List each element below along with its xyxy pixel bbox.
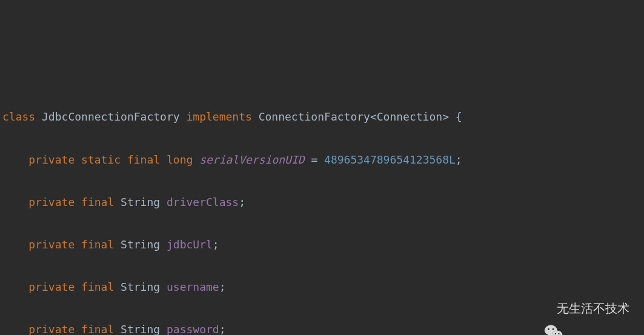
- generic-type: Connection: [377, 110, 442, 123]
- keyword-final: final: [81, 280, 114, 293]
- keyword-final: final: [81, 196, 114, 208]
- code-line[interactable]: private final String driverClass;: [2, 191, 644, 213]
- type-string: String: [121, 323, 160, 335]
- field-serialversionuid: serialVersionUID: [199, 153, 304, 166]
- type-string: String: [121, 238, 160, 251]
- code-line[interactable]: private final String username;: [2, 276, 644, 297]
- keyword-private: private: [28, 153, 75, 166]
- keyword-long: long: [167, 153, 193, 166]
- code-line[interactable]: private static final long serialVersionU…: [2, 149, 644, 170]
- field-password: password: [167, 323, 219, 335]
- code-line[interactable]: class JdbcConnectionFactory implements C…: [2, 106, 644, 127]
- keyword-class: class: [2, 110, 35, 123]
- keyword-final: final: [81, 323, 114, 335]
- svg-point-6: [555, 333, 556, 334]
- code-line[interactable]: private final String jdbcUrl;: [2, 234, 644, 255]
- keyword-static: static: [81, 153, 121, 166]
- keyword-private: private: [28, 238, 75, 251]
- type-string: String: [121, 196, 160, 208]
- watermark-text: 无生活不技术: [557, 297, 629, 320]
- class-name: JdbcConnectionFactory: [42, 110, 180, 123]
- field-username: username: [167, 280, 219, 293]
- svg-point-7: [559, 333, 560, 334]
- keyword-final: final: [81, 238, 114, 251]
- field-jdbcurl: jdbcUrl: [167, 238, 213, 251]
- keyword-private: private: [28, 323, 75, 335]
- svg-point-5: [553, 328, 554, 330]
- type-string: String: [121, 280, 160, 293]
- keyword-private: private: [28, 196, 75, 208]
- watermark: 无生活不技术: [530, 297, 629, 320]
- number-literal: 4896534789654123568L: [324, 153, 456, 166]
- wechat-icon: [530, 299, 551, 319]
- interface-name: ConnectionFactory: [259, 110, 370, 123]
- keyword-final: final: [127, 153, 160, 166]
- keyword-implements: implements: [186, 110, 251, 123]
- field-driverclass: driverClass: [167, 196, 239, 208]
- svg-point-4: [548, 328, 549, 330]
- keyword-private: private: [28, 280, 75, 293]
